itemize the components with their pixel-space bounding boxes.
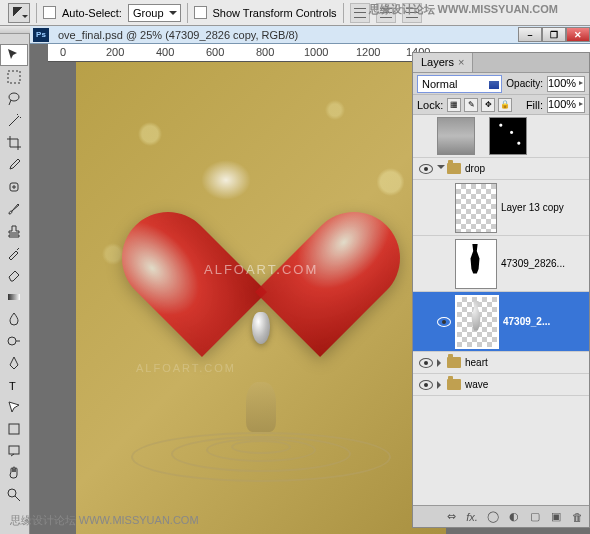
toolbox: T [0, 26, 30, 534]
panel-tabs: Layers× [413, 53, 589, 73]
water-drop [252, 312, 270, 344]
auto-select-checkbox[interactable] [43, 6, 56, 19]
wand-tool[interactable] [0, 110, 28, 132]
stamp-tool[interactable] [0, 220, 28, 242]
show-transform-checkbox[interactable] [194, 6, 207, 19]
lock-all-icon[interactable]: 🔒 [498, 98, 512, 112]
divider [343, 3, 344, 23]
bottom-watermark: 思缘设计论坛 WWW.MISSYUAN.COM [10, 513, 199, 528]
svg-rect-0 [8, 71, 20, 83]
layer-row[interactable]: Layer 13 copy [413, 180, 589, 236]
folder-icon [447, 357, 461, 368]
expand-icon[interactable] [437, 165, 445, 173]
mask-icon[interactable]: ◯ [485, 509, 501, 525]
lasso-tool[interactable] [0, 88, 28, 110]
delete-icon[interactable]: 🗑 [569, 509, 585, 525]
close-icon[interactable]: × [458, 56, 464, 68]
expand-icon[interactable] [437, 381, 445, 389]
svg-text:T: T [9, 380, 16, 392]
layer-name[interactable]: Layer 13 copy [501, 202, 587, 213]
new-group-icon[interactable]: ▢ [527, 509, 543, 525]
maximize-button[interactable]: ❐ [542, 27, 566, 42]
layer-name[interactable]: 47309_2826... [501, 258, 587, 269]
tool-preset-picker[interactable] [8, 3, 30, 23]
layer-mask-thumb[interactable] [489, 117, 527, 155]
marquee-tool[interactable] [0, 66, 28, 88]
fill-input[interactable]: 100% [547, 97, 585, 113]
layers-footer: ⇔ fx. ◯ ◐ ▢ ▣ 🗑 [413, 505, 589, 527]
path-tool[interactable] [0, 396, 28, 418]
layer-thumb[interactable] [455, 239, 497, 289]
document-titlebar[interactable]: Ps ove_final.psd @ 25% (47309_2826 copy,… [30, 26, 590, 44]
blend-row: Normal Opacity: 100% [413, 73, 589, 95]
layer-thumb[interactable] [437, 117, 475, 155]
minimize-button[interactable]: – [518, 27, 542, 42]
link-layers-icon[interactable]: ⇔ [443, 509, 459, 525]
lock-transparency-icon[interactable]: ▦ [447, 98, 461, 112]
move-tool[interactable] [0, 44, 28, 66]
folder-icon [447, 163, 461, 174]
layer-thumb[interactable] [455, 295, 499, 349]
visibility-icon[interactable] [419, 164, 433, 174]
layer-name[interactable]: wave [465, 379, 587, 390]
eraser-tool[interactable] [0, 264, 28, 286]
zoom-tool[interactable] [0, 484, 28, 506]
layer-row[interactable] [413, 115, 589, 158]
layer-group-wave[interactable]: wave [413, 374, 589, 396]
crop-tool[interactable] [0, 132, 28, 154]
brush-tool[interactable] [0, 198, 28, 220]
layers-tab[interactable]: Layers× [413, 53, 473, 72]
blend-mode-combo[interactable]: Normal [417, 75, 502, 93]
heart-artwork [171, 152, 351, 322]
notes-tool[interactable] [0, 440, 28, 462]
lock-position-icon[interactable]: ✥ [481, 98, 495, 112]
gradient-tool[interactable] [0, 286, 28, 308]
layer-row-selected[interactable]: 47309_2... [413, 292, 589, 352]
healing-tool[interactable] [0, 176, 28, 198]
layers-list: drop Layer 13 copy 47309_2826... 47309_2… [413, 115, 589, 505]
eyedropper-tool[interactable] [0, 154, 28, 176]
pen-tool[interactable] [0, 352, 28, 374]
layer-name[interactable]: drop [465, 163, 587, 174]
expand-icon[interactable] [437, 359, 445, 367]
svg-rect-6 [9, 424, 19, 434]
artwork-watermark: ALFOART.COM [136, 362, 236, 374]
options-bar: Auto-Select: Group Show Transform Contro… [0, 0, 590, 26]
divider [36, 3, 37, 23]
hand-tool[interactable] [0, 462, 28, 484]
history-brush-tool[interactable] [0, 242, 28, 264]
toolbox-handle[interactable] [0, 26, 30, 34]
layer-name[interactable]: 47309_2... [503, 316, 587, 327]
opacity-label: Opacity: [506, 78, 543, 89]
layer-group-drop[interactable]: drop [413, 158, 589, 180]
close-button[interactable]: ✕ [566, 27, 590, 42]
svg-point-1 [9, 93, 19, 101]
layer-row[interactable]: 47309_2826... [413, 236, 589, 292]
ripple [111, 402, 411, 482]
svg-rect-7 [9, 446, 19, 454]
visibility-icon[interactable] [437, 317, 451, 327]
blur-tool[interactable] [0, 308, 28, 330]
lock-row: Lock: ▦ ✎ ✥ 🔒 Fill: 100% [413, 95, 589, 115]
layer-name[interactable]: heart [465, 357, 587, 368]
layers-panel: Layers× Normal Opacity: 100% Lock: ▦ ✎ ✥… [412, 52, 590, 528]
dodge-tool[interactable] [0, 330, 28, 352]
shape-tool[interactable] [0, 418, 28, 440]
folder-icon [447, 379, 461, 390]
lock-label: Lock: [417, 99, 443, 111]
auto-select-label: Auto-Select: [62, 7, 122, 19]
fx-icon[interactable]: fx. [464, 509, 480, 525]
adjustment-icon[interactable]: ◐ [506, 509, 522, 525]
lock-pixels-icon[interactable]: ✎ [464, 98, 478, 112]
svg-point-4 [8, 337, 16, 345]
layer-group-heart[interactable]: heart [413, 352, 589, 374]
type-tool[interactable]: T [0, 374, 28, 396]
opacity-input[interactable]: 100% [547, 76, 585, 92]
canvas[interactable]: ALFOART.COM ALFOART.COM [76, 62, 446, 534]
visibility-icon[interactable] [419, 380, 433, 390]
watermark: 思缘设计论坛 WWW.MISSYUAN.COM [367, 0, 560, 19]
auto-select-combo[interactable]: Group [128, 4, 181, 22]
layer-thumb[interactable] [455, 183, 497, 233]
visibility-icon[interactable] [419, 358, 433, 368]
new-layer-icon[interactable]: ▣ [548, 509, 564, 525]
